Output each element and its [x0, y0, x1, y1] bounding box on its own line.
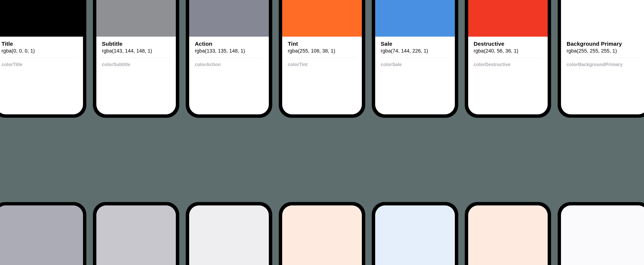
color-swatch — [561, 0, 644, 37]
device-screen: Tint Translucent rgba(255, 108, 38, 0.14… — [282, 205, 362, 265]
device-frame: Sale Translucent rgba(74, 144, 226, 0.14… — [372, 202, 458, 265]
device-frame: Title rgba(0, 0, 0, 1) colorTitle — [0, 0, 86, 118]
device-frame: Destructive Translucent rgba(255, 108, 3… — [465, 202, 551, 265]
swatch-token: colorSale — [381, 62, 449, 67]
device-screen: Destructive rgba(240, 56, 36, 1) colorDe… — [468, 0, 548, 114]
device-screen: Tint rgba(255, 108, 38, 1) colorTint — [282, 0, 362, 114]
color-swatch — [96, 205, 176, 265]
device-frame: Subtitle rgba(143, 144, 148, 1) colorSub… — [93, 0, 179, 118]
color-swatch — [468, 205, 548, 265]
color-palette-gallery: Title rgba(0, 0, 0, 1) colorTitle Subtit… — [0, 0, 644, 265]
device-screen: Action rgba(133, 135, 148, 1) colorActio… — [189, 0, 269, 114]
device-frame: Background Secondary rgba(250, 250, 252,… — [558, 202, 644, 265]
color-swatch — [0, 0, 83, 37]
color-swatch — [0, 205, 83, 265]
swatch-info: Background Primary rgba(255, 255, 255, 1… — [561, 37, 644, 114]
swatch-rgba: rgba(143, 144, 148, 1) — [102, 48, 170, 58]
swatch-rgba: rgba(255, 108, 38, 1) — [288, 48, 356, 58]
swatch-card: Background Primary rgba(255, 255, 255, 1… — [558, 0, 644, 195]
device-frame: Background Primary rgba(255, 255, 255, 1… — [558, 0, 644, 118]
swatch-info: Action rgba(133, 135, 148, 1) colorActio… — [189, 37, 269, 114]
swatch-token: colorBackgroundPrimary — [566, 62, 642, 67]
swatch-info: Destructive rgba(240, 56, 36, 1) colorDe… — [468, 37, 548, 114]
swatch-token: colorTitle — [2, 62, 78, 67]
color-swatch — [282, 205, 362, 265]
device-screen: Title rgba(0, 0, 0, 1) colorTitle — [0, 0, 83, 114]
swatch-grid: Title rgba(0, 0, 0, 1) colorTitle Subtit… — [0, 0, 644, 265]
device-frame: Sale rgba(74, 144, 226, 1) colorSale — [372, 0, 458, 118]
swatch-card: Title rgba(0, 0, 0, 1) colorTitle — [0, 0, 86, 195]
device-screen: Background Secondary rgba(250, 250, 252,… — [561, 205, 644, 265]
swatch-card: Subtitle Placeholder rgba(199, 199, 205,… — [93, 202, 179, 265]
device-screen: Subtitle Placeholder rgba(199, 199, 205,… — [96, 205, 176, 265]
color-swatch — [375, 205, 455, 265]
swatch-token: colorSubtitle — [102, 62, 170, 67]
device-frame: Destructive rgba(240, 56, 36, 1) colorDe… — [465, 0, 551, 118]
color-swatch — [282, 0, 362, 37]
swatch-rgba: rgba(240, 56, 36, 1) — [474, 48, 542, 58]
device-frame: Tint Translucent rgba(255, 108, 38, 0.14… — [279, 202, 365, 265]
color-swatch — [561, 205, 644, 265]
swatch-card: Title Placeholder rgba(171, 172, 181, 1)… — [0, 202, 86, 265]
swatch-card: Sale Translucent rgba(74, 144, 226, 0.14… — [372, 202, 458, 265]
color-swatch — [468, 0, 548, 37]
swatch-name: Action — [195, 41, 263, 47]
device-frame: Subtitle Placeholder rgba(199, 199, 205,… — [93, 202, 179, 265]
swatch-rgba: rgba(74, 144, 226, 1) — [381, 48, 449, 58]
device-frame: Title Placeholder rgba(171, 172, 181, 1)… — [0, 202, 86, 265]
device-frame: Action rgba(133, 135, 148, 1) colorActio… — [186, 0, 272, 118]
swatch-token: colorTint — [288, 62, 356, 67]
swatch-name: Sale — [381, 41, 449, 47]
device-screen: Destructive Translucent rgba(255, 108, 3… — [468, 205, 548, 265]
swatch-card: Action Translucent rgba(133, 135, 148, 0… — [186, 202, 272, 265]
swatch-card: Tint Translucent rgba(255, 108, 38, 0.14… — [279, 202, 365, 265]
device-screen: Background Primary rgba(255, 255, 255, 1… — [561, 0, 644, 114]
device-screen: Sale Translucent rgba(74, 144, 226, 0.14… — [375, 205, 455, 265]
swatch-rgba: rgba(133, 135, 148, 1) — [195, 48, 263, 58]
swatch-card: Tint rgba(255, 108, 38, 1) colorTint — [279, 0, 365, 195]
swatch-name: Background Primary — [566, 41, 642, 47]
color-swatch — [189, 205, 269, 265]
swatch-name: Destructive — [474, 41, 542, 47]
device-screen: Action Translucent rgba(133, 135, 148, 0… — [189, 205, 269, 265]
swatch-card: Action rgba(133, 135, 148, 1) colorActio… — [186, 0, 272, 195]
swatch-token: colorDestructive — [474, 62, 542, 67]
swatch-rgba: rgba(0, 0, 0, 1) — [2, 48, 78, 58]
swatch-info: Sale rgba(74, 144, 226, 1) colorSale — [375, 37, 455, 114]
swatch-info: Title rgba(0, 0, 0, 1) colorTitle — [0, 37, 83, 114]
swatch-token: colorAction — [195, 62, 263, 67]
swatch-card: Destructive rgba(240, 56, 36, 1) colorDe… — [465, 0, 551, 195]
swatch-card: Sale rgba(74, 144, 226, 1) colorSale — [372, 0, 458, 195]
color-swatch — [96, 0, 176, 37]
swatch-card: Background Secondary rgba(250, 250, 252,… — [558, 202, 644, 265]
device-frame: Tint rgba(255, 108, 38, 1) colorTint — [279, 0, 365, 118]
swatch-name: Title — [2, 41, 78, 47]
swatch-info: Subtitle rgba(143, 144, 148, 1) colorSub… — [96, 37, 176, 114]
swatch-name: Tint — [288, 41, 356, 47]
swatch-card: Destructive Translucent rgba(255, 108, 3… — [465, 202, 551, 265]
device-screen: Subtitle rgba(143, 144, 148, 1) colorSub… — [96, 0, 176, 114]
color-swatch — [189, 0, 269, 37]
device-frame: Action Translucent rgba(133, 135, 148, 0… — [186, 202, 272, 265]
device-screen: Sale rgba(74, 144, 226, 1) colorSale — [375, 0, 455, 114]
swatch-rgba: rgba(255, 255, 255, 1) — [566, 48, 642, 58]
swatch-card: Subtitle rgba(143, 144, 148, 1) colorSub… — [93, 0, 179, 195]
swatch-name: Subtitle — [102, 41, 170, 47]
device-screen: Title Placeholder rgba(171, 172, 181, 1)… — [0, 205, 83, 265]
color-swatch — [375, 0, 455, 37]
swatch-info: Tint rgba(255, 108, 38, 1) colorTint — [282, 37, 362, 114]
